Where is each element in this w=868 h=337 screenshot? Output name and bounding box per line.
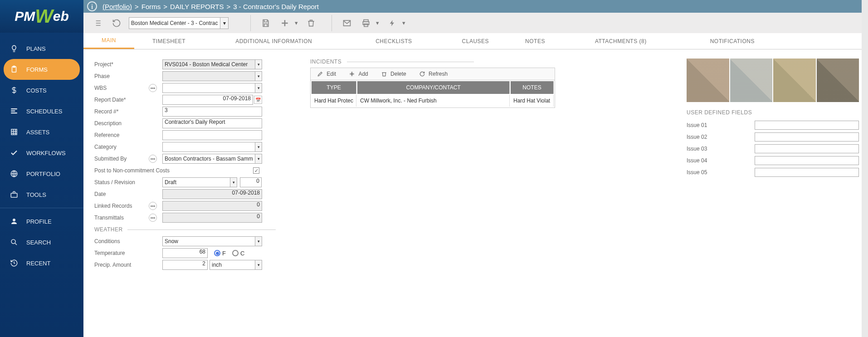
thumbnail[interactable] <box>817 59 859 102</box>
tab-main[interactable]: MAIN <box>83 33 134 49</box>
svg-rect-7 <box>11 193 17 197</box>
breadcrumb: i (Portfolio) > Forms > DAILY REPORTS > … <box>83 0 868 13</box>
record-input[interactable]: 3 <box>162 107 262 117</box>
category-select[interactable]: ▾ <box>162 142 262 152</box>
chevron-down-icon: ▾ <box>255 260 262 270</box>
tab-attachments[interactable]: ATTACHMENTS (8) <box>563 33 678 49</box>
thumbnail[interactable] <box>730 59 773 102</box>
temp-f-label: F <box>222 250 226 257</box>
info-icon[interactable]: i <box>87 1 97 11</box>
tab-clauses[interactable]: CLAUSES <box>444 33 507 49</box>
incidents-delete-button[interactable]: Delete <box>375 71 413 77</box>
calendar-icon[interactable]: 📅 <box>254 96 262 104</box>
tab-notifications[interactable]: NOTIFICATIONS <box>678 33 786 49</box>
reportdate-input[interactable]: 07-09-2018 <box>162 95 253 105</box>
temp-f-radio[interactable] <box>214 250 220 256</box>
svg-rect-4 <box>11 112 17 113</box>
sidebar-item-tools[interactable]: TOOLS <box>0 184 83 205</box>
precip-unit-select[interactable]: inch▾ <box>210 260 262 270</box>
temp-c-radio[interactable] <box>232 250 239 256</box>
svg-rect-5 <box>11 129 17 135</box>
sidebar-item-label: PLANS <box>26 45 46 52</box>
refresh-label: Refresh <box>429 71 448 77</box>
transmittals-value: 0 <box>257 213 260 220</box>
sidebar-item-assets[interactable]: ASSETS <box>0 122 83 142</box>
bolt-icon[interactable] <box>385 16 399 30</box>
submitted-by-select[interactable]: Boston Contractors - Bassam Samm▾ <box>162 154 262 164</box>
tab-checklists[interactable]: CHECKLISTS <box>344 33 444 49</box>
thumbnail[interactable] <box>773 59 816 102</box>
incidents-add-button[interactable]: Add <box>342 71 375 77</box>
precip-label: Precip. Amount <box>94 262 162 268</box>
sidebar-item-workflows[interactable]: WORKFLOWS <box>0 142 83 163</box>
incidents-refresh-button[interactable]: Refresh <box>413 71 454 77</box>
status-select[interactable]: Draft▾ <box>162 177 237 187</box>
conditions-label: Conditions <box>94 238 162 244</box>
temperature-input[interactable]: 68 <box>162 248 208 258</box>
sidebar-item-forms[interactable]: FORMS <box>4 59 80 80</box>
chevron-down-icon: ▾ <box>255 71 262 81</box>
revision-input[interactable]: 0 <box>240 177 262 187</box>
conditions-select[interactable]: Snow▾ <box>162 236 262 246</box>
tab-additional-information[interactable]: ADDITIONAL INFORMATION <box>204 33 344 49</box>
sidebar-item-costs[interactable]: COSTS <box>0 80 83 101</box>
post-noncommit-label: Post to Non-commitment Costs <box>94 167 253 174</box>
list-icon[interactable] <box>91 16 104 30</box>
breadcrumb-root[interactable]: (Portfolio) <box>102 3 132 10</box>
temp-c-label: C <box>240 250 244 257</box>
sidebar-item-label: FORMS <box>26 66 48 73</box>
sidebar-item-label: PORTFOLIO <box>26 171 60 177</box>
udf-input-4[interactable] <box>755 156 859 165</box>
print-icon[interactable] <box>359 16 373 30</box>
sidebar-item-label: PROFILE <box>26 218 52 225</box>
bulb-icon <box>8 43 20 54</box>
svg-point-9 <box>11 239 15 244</box>
add-icon[interactable] <box>278 16 292 30</box>
delete-icon[interactable] <box>304 16 318 30</box>
reference-input[interactable] <box>162 130 262 140</box>
wbs-select[interactable]: ▾ <box>162 83 262 93</box>
chevron-down-icon[interactable]: ▾ <box>375 16 380 30</box>
main-content: Project*RVS0104 - Boston Medical Center▾… <box>83 49 868 337</box>
history-icon[interactable] <box>110 16 123 30</box>
chevron-down-icon[interactable]: ▾ <box>293 16 299 30</box>
history-icon <box>8 257 20 269</box>
mail-icon[interactable] <box>340 16 354 30</box>
sidebar-item-schedules[interactable]: SCHEDULES <box>0 101 83 122</box>
temperature-value: 68 <box>200 249 205 255</box>
col-company[interactable]: COMPANY/CONTACT <box>357 81 510 94</box>
udf-input-5[interactable] <box>755 168 859 177</box>
precip-input[interactable]: 2 <box>162 260 208 270</box>
sidebar-item-search[interactable]: SEARCH <box>0 232 83 253</box>
transmittals-lookup-icon[interactable]: ••• <box>149 214 157 222</box>
phase-select[interactable]: ▾ <box>162 71 262 81</box>
briefcase-icon <box>8 189 20 200</box>
col-type[interactable]: TYPE <box>312 81 356 94</box>
vertical-scrollbar[interactable] <box>862 0 868 337</box>
save-icon[interactable] <box>259 16 273 30</box>
weather-header: WEATHER <box>94 226 123 233</box>
project-select[interactable]: RVS0104 - Boston Medical Center▾ <box>162 59 262 69</box>
udf-input-1[interactable] <box>755 121 859 130</box>
linked-lookup-icon[interactable]: ••• <box>149 202 157 210</box>
post-noncommit-checkbox[interactable]: ✓ <box>253 167 259 174</box>
search-icon <box>8 236 20 248</box>
submitted-by-lookup-icon[interactable]: ••• <box>149 155 157 163</box>
udf-input-2[interactable] <box>755 132 859 142</box>
description-input[interactable]: Contractor's Daily Report <box>162 118 262 128</box>
sidebar-item-profile[interactable]: PROFILE <box>0 211 83 232</box>
sidebar-item-label: ASSETS <box>26 129 49 136</box>
wbs-lookup-icon[interactable]: ••• <box>149 84 157 92</box>
table-row[interactable]: Hard Hat Protec CW Millwork, Inc. - Ned … <box>312 95 554 107</box>
col-notes[interactable]: NOTES <box>511 81 554 94</box>
record-selector[interactable]: Boston Medical Center - 3 - Contrac▾ <box>129 17 229 29</box>
sidebar-item-plans[interactable]: PLANS <box>0 38 83 59</box>
udf-input-3[interactable] <box>755 144 859 153</box>
tab-notes[interactable]: NOTES <box>507 33 563 49</box>
tab-timesheet[interactable]: TIMESHEET <box>134 33 204 49</box>
sidebar-item-recent[interactable]: RECENT <box>0 253 83 274</box>
sidebar-item-portfolio[interactable]: PORTFOLIO <box>0 163 83 184</box>
thumbnail[interactable] <box>687 59 729 102</box>
chevron-down-icon[interactable]: ▾ <box>401 16 406 30</box>
incidents-edit-button[interactable]: Edit <box>311 71 342 77</box>
